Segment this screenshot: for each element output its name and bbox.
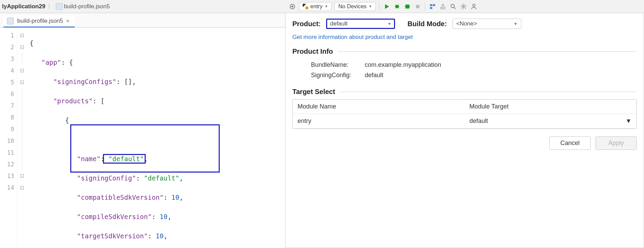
main-toolbar: entry ▼ No Devices ▼ [285,0,644,13]
breadcrumb-file[interactable]: build-profile.json5 [56,3,110,10]
line-number: 6 [0,88,14,100]
fold-toggle-icon[interactable] [20,45,24,49]
chevron-down-icon: ▼ [368,4,372,8]
target-select-heading: Target Select [292,88,637,96]
fold-toggle-icon[interactable] [20,186,24,189]
chevron-down-icon: ▼ [625,117,632,125]
table-row: entry default ▼ [293,114,636,128]
bundle-name-label: BundleName: [311,61,359,69]
breadcrumb: lyApplication29 〉 build-profile.json5 [0,0,285,13]
svg-rect-7 [430,7,433,9]
run-config-panel: Product: default ▼ Build Mode: <None> ▼ … [285,13,644,248]
cancel-button[interactable]: Cancel [549,136,591,150]
build-mode-select[interactable]: <None> ▼ [453,19,521,29]
code-editor[interactable]: 1 2 3 4 5 6 7 8 9 10 11 12 13 14 [0,28,285,248]
json-file-icon [7,18,14,24]
separator [379,2,380,11]
chevron-right-icon: 〉 [45,2,56,11]
sync-icon[interactable] [289,3,296,10]
svg-rect-3 [405,4,409,9]
button-bar: Cancel Apply [292,136,637,150]
line-number: 12 [0,158,14,170]
chevron-down-icon: ▼ [325,4,328,8]
signing-config-label: SigningConfig: [311,72,359,79]
product-label: Product: [292,20,321,28]
tab-build-profile[interactable]: build-profile.json5 ✕ [3,16,75,27]
product-info-heading: Product Info [292,48,637,55]
col-module-target: Module Target [465,100,636,114]
line-number: 9 [0,123,14,135]
svg-rect-8 [441,7,445,9]
svg-rect-4 [416,5,419,8]
separator [425,2,425,11]
line-number: 1 [0,30,14,41]
user-icon[interactable] [470,3,478,10]
close-icon[interactable]: ✕ [65,18,71,24]
svg-point-1 [292,6,293,7]
breadcrumb-project[interactable]: lyApplication29 [2,3,45,10]
line-number: 13 [0,170,14,182]
line-number: 2 [0,41,14,53]
gear-icon[interactable] [460,3,467,10]
fold-toggle-icon[interactable] [20,81,24,84]
module-name-cell: entry [293,114,465,128]
module-selector-label: entry [310,3,323,10]
module-icon [303,4,308,9]
line-number: 7 [0,100,14,112]
breadcrumb-file-label: build-profile.json5 [64,3,110,10]
svg-point-9 [451,4,455,8]
svg-point-10 [463,6,465,7]
svg-rect-6 [433,4,435,6]
line-number-gutter: 1 2 3 4 5 6 7 8 9 10 11 12 13 14 [0,28,17,248]
apply-button-label: Apply [608,140,624,146]
search-icon[interactable] [449,3,457,10]
cancel-button-label: Cancel [560,140,580,146]
chevron-down-icon: ▼ [387,22,391,26]
signing-config-value: default [365,72,383,79]
module-target-value: default [469,117,488,125]
module-target-select[interactable]: default ▼ [465,114,636,128]
line-number: 4 [0,65,14,76]
fold-toggle-icon[interactable] [20,34,24,37]
build-mode-select-value: <None> [456,20,477,27]
json-file-icon [56,3,63,10]
product-info: BundleName: com.example.myapplication Si… [311,60,637,80]
line-number: 5 [0,76,14,88]
line-number: 3 [0,53,14,65]
help-link-label: Get more information about product and t… [292,34,413,40]
highlight-box [70,124,220,173]
device-selector-label: No Devices [338,3,366,10]
breadcrumb-project-label: lyApplication29 [2,3,45,10]
svg-rect-5 [430,4,433,6]
line-number: 14 [0,182,14,194]
module-selector[interactable]: entry ▼ [299,2,332,11]
tab-title: build-profile.json5 [17,18,63,24]
update-icon[interactable] [439,3,447,10]
target-table: Module Name Module Target entry default … [292,99,637,129]
line-number: 11 [0,147,14,158]
debug-icon[interactable] [393,3,401,10]
stop-icon [414,3,422,10]
col-module-name: Module Name [293,100,465,114]
bundle-name-value: com.example.myapplication [365,61,441,69]
run-icon[interactable] [383,3,391,10]
svg-point-11 [473,4,475,7]
editor-tabs: build-profile.json5 ✕ [0,13,285,28]
project-structure-icon[interactable] [429,3,436,10]
device-selector[interactable]: No Devices ▼ [334,2,376,11]
product-select-value: default [330,20,347,27]
fold-toggle-icon[interactable] [20,69,24,72]
build-mode-label: Build Mode: [407,20,447,28]
help-link[interactable]: Get more information about product and t… [292,34,637,41]
line-number: 8 [0,112,14,123]
code-text[interactable]: { "app": { "signingConfigs": [], "produc… [27,28,285,248]
editor-pane: lyApplication29 〉 build-profile.json5 bu… [0,0,285,248]
product-select[interactable]: default ▼ [326,19,395,29]
chevron-down-icon: ▼ [514,22,518,26]
line-number: 10 [0,135,14,147]
apply-button[interactable]: Apply [595,136,637,150]
right-pane: entry ▼ No Devices ▼ [285,0,644,248]
fold-toggle-icon[interactable] [20,174,24,178]
fold-gutter [17,28,27,248]
profile-icon[interactable] [404,3,411,10]
